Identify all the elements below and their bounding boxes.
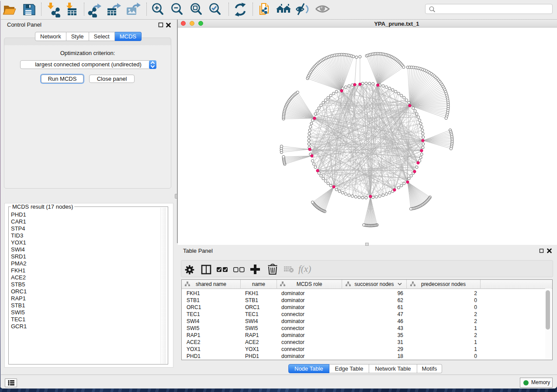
svg-text:f(x): f(x)	[298, 264, 311, 274]
